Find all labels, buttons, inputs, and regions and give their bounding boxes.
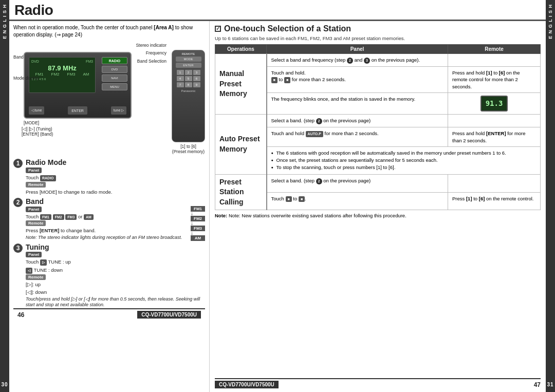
radio-mode-btn[interactable]: RADIO (102, 57, 127, 64)
two-column-layout: When not in operation mode, Touch the ce… (9, 21, 546, 392)
callout-tuning: [◁] [▷] (Tuning) (22, 126, 168, 132)
remote-preset-label: [1] to [6] (172, 144, 205, 149)
panel-badge-3: Panel (26, 252, 42, 257)
dvd-btn[interactable]: DVD (102, 66, 127, 73)
preset-calling-panel-1: Select a band. (step 2 on the previous p… (267, 174, 448, 192)
callout-frequency: Frequency (136, 49, 166, 57)
manual-preset-remote-3: 91.3 (448, 92, 541, 115)
preset-calling-remote-2: Press [1] to [6] on the remote control. (448, 192, 541, 210)
right-panel: One-touch Selection of a Station Up to 6… (210, 21, 546, 392)
auto-preset-remote-1 (448, 115, 541, 127)
right-title: One-touch Selection of a Station (215, 24, 541, 33)
remote-brand: Panasonic (181, 89, 195, 92)
tune-next-btn[interactable]: tune ▷ (111, 106, 126, 115)
step-2-content: Band Panel Touch FM1 FM2 FM3 or AM Remot… (26, 197, 205, 241)
manual-preset-panel-2: Touch and hold. ■ to ■ for more than 2 s… (267, 66, 448, 92)
remote-mode-btn: MODE (176, 57, 201, 62)
steps-section: 1 Radio Mode Panel Touch RADIO Remote Pr… (13, 158, 205, 308)
fm-list: FM1 ↓ FM2 ↓ FM3 ↓ AM (191, 206, 205, 241)
left-model-num: CQ-VD7700U/VD7500U (137, 311, 201, 319)
preset-calling-op-label: Preset Station Calling (215, 174, 267, 210)
step-1-num: 1 (13, 159, 23, 168)
checkbox-icon (215, 26, 221, 32)
callout-band-selection: Band Selection (136, 58, 166, 65)
navi-btn[interactable]: NAVI (102, 74, 127, 82)
main-content: Radio When not in operation mode, Touch … (9, 0, 546, 392)
step-3-num: 3 (13, 244, 23, 253)
right-bottom-bar: CQ-VD7700U/VD7500U 47 (215, 378, 541, 390)
remote-num-grid: 1 2 3 4 5 6 7 8 9 (177, 70, 200, 87)
header-panel: Panel (267, 45, 448, 54)
manual-preset-op-label: Manual Preset Memory (215, 54, 267, 115)
step-1: 1 Radio Mode Panel Touch RADIO Remote Pr… (13, 158, 205, 195)
right-side-tab: E N G L I S H 31 (546, 0, 555, 392)
step-1-panel-text: Touch RADIO (26, 174, 205, 181)
bullet-3: To stop the scanning, touch or press num… (271, 164, 536, 171)
callout-mode: [MODE] (24, 120, 39, 125)
page-title: Radio (14, 2, 53, 18)
menu-btn[interactable]: MENU (102, 83, 127, 90)
callout-band: Band (13, 53, 39, 62)
right-tab-letters: E N G L I S H (548, 4, 553, 39)
left-tab-letters: E N G L I S H (2, 4, 8, 39)
step-3-content: Tuning Panel Touch ▷ TUNE : up ◁ TUNE : … (26, 243, 205, 308)
left-side-tab: E N G L I S H 30 (0, 0, 9, 392)
step-1-title: Radio Mode (26, 158, 205, 167)
left-tab-page: 30 (1, 382, 8, 388)
step-3-extra-note: Touch/press and hold [▷] or [◁] for more… (26, 296, 205, 308)
remote-badge-1: Remote (26, 182, 46, 188)
left-page-num: 46 (17, 311, 24, 319)
step-1-remote-text: Press [MODE] to change to radio mode. (26, 189, 205, 195)
right-note: Note: Note: New stations overwrite exist… (215, 212, 541, 219)
manual-preset-row-1: Manual Preset Memory Select a band and f… (215, 54, 541, 67)
remote-badge-2: Remote (26, 220, 46, 226)
radio-unit-diagram: DVD FM3 87.9 MHz FM1FM2FM3AM 1 2 3 4 5 6 (24, 52, 132, 119)
manual-preset-panel-1: Select a band and frequency (step 2 and … (267, 54, 448, 67)
remote-enter-btn: ENTER (176, 63, 201, 68)
panel-badge-2: Panel (26, 207, 42, 212)
preset-calling-row-1: Preset Station Calling Select a band. (s… (215, 174, 541, 192)
manual-preset-remote-1 (448, 54, 541, 67)
remote-unit-diagram: REMOTE MODE ENTER 1 2 3 4 5 6 7 8 9 (172, 50, 205, 142)
step-2-title: Band (26, 197, 205, 206)
step-2-remote-text: Press [ENTER] to change band. (26, 227, 184, 234)
enter-btn[interactable]: ENTER (68, 106, 87, 115)
auto-preset-panel-1: Select a band. (step 2 on the previous p… (267, 115, 448, 127)
bullet-2: Once set, the preset stations are sequen… (271, 157, 536, 164)
step-3-remote-up: [▷]: up (26, 281, 205, 288)
step-2: 2 Band Panel Touch FM1 FM2 FM3 or AM Rem… (13, 197, 205, 241)
manual-preset-panel-3: The frequency blinks once, and the stati… (267, 92, 448, 115)
preset-calling-remote-1 (448, 174, 541, 192)
callout-stereo: Stereo indicator (136, 42, 166, 49)
header-operations: Operations (215, 45, 267, 54)
remote-preset-sublabel: (Preset memory) (172, 149, 205, 154)
subtitle-text: Up to 6 stations can be saved in each FM… (215, 35, 541, 41)
step-3-remote-down: [◁]: down (26, 289, 205, 295)
right-page-num: 47 (534, 381, 541, 388)
step-1-content: Radio Mode Panel Touch RADIO Remote Pres… (26, 158, 205, 195)
intro-text: When not in operation mode, Touch the ce… (13, 24, 205, 39)
operations-table: Operations Panel Remote Manual Preset Me… (215, 44, 541, 210)
callout-mode-display: Mode display (13, 74, 39, 83)
left-bottom-bar: 46 CQ-VD7700U/VD7500U (13, 308, 205, 320)
header-remote: Remote (448, 45, 541, 54)
auto-preset-bullets: The 6 stations with good reception will … (267, 146, 541, 174)
auto-preset-op-label: Auto Preset Memory (215, 115, 267, 174)
step-2-panel-text: Touch FM1 FM2 FM3 or AM (26, 213, 184, 220)
right-model-num: CQ-VD7700U/VD7500U (215, 381, 279, 388)
remote-badge-3: Remote (26, 274, 46, 280)
preset-calling-panel-2: Touch ■ to ■. (267, 192, 448, 210)
auto-preset-row-1: Auto Preset Memory Select a band. (step … (215, 115, 541, 127)
tune-prev-btn[interactable]: ◁ tune (29, 106, 44, 115)
bullet-1: The 6 stations with good reception will … (271, 150, 536, 157)
auto-preset-remote-2: Press and hold [ENTER] for more than 2 s… (448, 127, 541, 147)
callout-enter-band: [ENTER] (Band) (22, 132, 168, 137)
panel-badge-1: Panel (26, 167, 42, 173)
left-panel: When not in operation mode, Touch the ce… (9, 21, 210, 392)
title-bar: Radio (9, 0, 546, 21)
step-3: 3 Tuning Panel Touch ▷ TUNE : up ◁ TUNE … (13, 243, 205, 308)
step-3-title: Tuning (26, 243, 205, 252)
right-tab-page: 31 (547, 382, 553, 388)
manual-preset-remote-2: Press and hold [1] to [6] on the remote … (448, 66, 541, 92)
auto-preset-panel-2: Touch and hold AUTO.P for more than 2 se… (267, 127, 448, 147)
